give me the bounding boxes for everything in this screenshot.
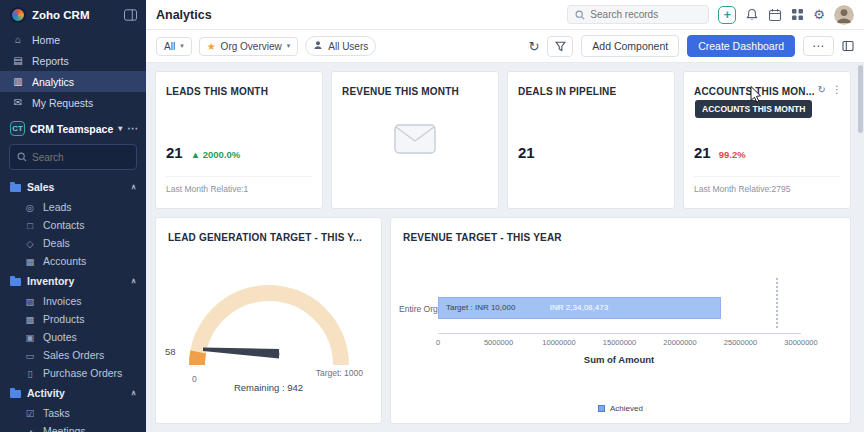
sidebar-item-sales-orders[interactable]: ▭Sales Orders [0, 346, 146, 364]
sidebar-item-meetings[interactable]: ◔Meetings [0, 422, 146, 432]
chevron-down-icon: ▾ [180, 42, 184, 50]
users-filter-chip[interactable]: All Users [305, 36, 376, 56]
item-label: Products [43, 313, 84, 325]
item-label: Deals [43, 237, 70, 249]
scope-label: All [164, 41, 175, 52]
notifications-bell-icon[interactable] [745, 8, 759, 22]
calendar-icon[interactable] [768, 8, 782, 22]
sidebar-nav: ⌂ Home ▤ Reports ▥ Analytics ✉ My Reques… [0, 29, 146, 113]
requests-icon: ✉ [12, 97, 24, 108]
add-component-button[interactable]: Add Component [581, 35, 679, 57]
sidebar-item-tasks[interactable]: ☑Tasks [0, 404, 146, 422]
create-dashboard-button[interactable]: Create Dashboard [687, 35, 795, 57]
kpi-card-leads-this-month[interactable]: LEADS THIS MONTH 21 ▲ 2000.0% Last Month… [155, 71, 323, 209]
card-refresh-icon[interactable]: ↻ [818, 84, 826, 95]
global-search-input[interactable] [590, 9, 701, 20]
bar-value-label: INR 2,34,08,473 [550, 303, 608, 312]
nav-label: Analytics [32, 76, 74, 88]
quick-create-button[interactable]: + [718, 6, 736, 24]
folder-icon [10, 184, 21, 192]
up-arrow-icon: ▲ [191, 149, 200, 160]
deals-icon: ◇ [24, 238, 36, 249]
global-search[interactable] [567, 5, 709, 24]
teamspace-selector[interactable]: CT CRM Teamspace ▾ ⋯ [0, 113, 146, 141]
bar-target-label: Target : INR 10,000 [446, 303, 515, 312]
sidebar-section-activity[interactable]: Activity ∧ [0, 382, 146, 404]
toolbar-actions: ↻ Add Component Create Dashboard ⋯ [528, 35, 854, 57]
teamspace-more-icon[interactable]: ⋯ [127, 122, 138, 135]
card-menu-kebab-icon[interactable]: ⋮ [832, 84, 842, 95]
user-avatar[interactable] [834, 5, 854, 25]
collapse-sidebar-icon[interactable] [124, 9, 137, 21]
sidebar-item-leads[interactable]: ◎Leads [0, 198, 146, 216]
sidebar-section-inventory[interactable]: Inventory ∧ [0, 270, 146, 292]
scope-filter-dropdown[interactable]: All ▾ [156, 37, 192, 56]
vertical-scrollbar[interactable] [858, 65, 863, 430]
item-label: Quotes [43, 331, 77, 343]
sidebar-item-quotes[interactable]: ▣Quotes [0, 328, 146, 346]
refresh-icon[interactable]: ↻ [528, 39, 539, 54]
chevron-up-icon: ∧ [131, 389, 136, 397]
kpi-card-deals-in-pipeline[interactable]: DEALS IN PIPELINE 21 [507, 71, 675, 209]
x-tick: 5000000 [484, 338, 513, 347]
card-title: REVENUE THIS MONTH [342, 86, 490, 97]
gauge-remaining-label: Remaining : 942 [156, 382, 381, 393]
item-label: Meetings [43, 425, 86, 432]
section-label: Sales [27, 181, 54, 193]
chevron-up-icon: ∧ [131, 277, 136, 285]
kpi-value: 21 [694, 144, 711, 161]
legend-label: Achieved [610, 404, 643, 413]
item-label: Leads [43, 201, 72, 213]
kpi-card-accounts-this-month[interactable]: ACCOUNTS THIS MON... ↻ ⋮ ACCOUNTS THIS M… [683, 71, 851, 209]
sidebar-search-input[interactable] [32, 152, 129, 163]
apps-grid-icon[interactable] [791, 8, 804, 21]
sidebar-item-deals[interactable]: ◇Deals [0, 234, 146, 252]
sidebar-item-reports[interactable]: ▤ Reports [0, 50, 146, 71]
products-icon: ▩ [24, 314, 36, 325]
dashboard-content: LEADS THIS MONTH 21 ▲ 2000.0% Last Month… [146, 63, 864, 432]
gauge-card-lead-generation-target[interactable]: LEAD GENERATION TARGET - THIS Y... 58 0 … [155, 217, 382, 424]
kpi-footer: Last Month Relative:1 [166, 176, 312, 194]
settings-gear-icon[interactable]: ⚙ [813, 8, 825, 21]
sidebar-item-my-requests[interactable]: ✉ My Requests [0, 92, 146, 113]
analytics-icon: ▥ [12, 76, 24, 87]
sidebar-search[interactable] [9, 144, 137, 170]
sidebar-item-purchase-orders[interactable]: ▯Purchase Orders [0, 364, 146, 382]
gauge-chart [179, 270, 359, 372]
more-options-button[interactable]: ⋯ [803, 36, 834, 56]
kpi-card-revenue-this-month[interactable]: REVENUE THIS MONTH [331, 71, 499, 209]
search-icon [575, 6, 585, 24]
bar-card-revenue-target[interactable]: REVENUE TARGET - THIS YEAR Entire Org Ta… [390, 217, 851, 424]
sidebar-item-products[interactable]: ▩Products [0, 310, 146, 328]
item-label: Sales Orders [43, 349, 104, 361]
sales-orders-icon: ▭ [24, 350, 36, 361]
tasks-icon: ☑ [24, 408, 36, 419]
dashboard-name: Org Overview [221, 41, 282, 52]
kpi-footer: Last Month Relative:2795 [694, 176, 840, 194]
sidebar-section-sales[interactable]: Sales ∧ [0, 176, 146, 198]
item-label: Contacts [43, 219, 84, 231]
legend-swatch-achieved [598, 405, 605, 412]
invoices-icon: ▧ [24, 296, 36, 307]
contacts-icon: □ [24, 220, 36, 231]
quotes-icon: ▣ [24, 332, 36, 343]
sidebar: Zoho CRM ⌂ Home ▤ Reports ▥ Analytics ✉ … [0, 0, 146, 432]
folder-icon [10, 390, 21, 398]
sidebar-item-analytics[interactable]: ▥ Analytics [0, 71, 146, 92]
chevron-down-icon: ▾ [287, 42, 291, 50]
delta-value: 2000.0% [203, 149, 241, 160]
scrollbar-thumb[interactable] [858, 65, 863, 133]
item-label: Tasks [43, 407, 70, 419]
sidebar-item-home[interactable]: ⌂ Home [0, 29, 146, 50]
dashboard-toolbar: All ▾ ★ Org Overview ▾ All Users ↻ Add C… [146, 30, 864, 63]
dashboard-selector-dropdown[interactable]: ★ Org Overview ▾ [199, 37, 299, 56]
folder-icon [10, 278, 21, 286]
y-axis-category-label: Entire Org [399, 304, 438, 314]
gauge-current-value: 58 [165, 346, 176, 357]
filter-button[interactable] [547, 36, 573, 57]
sidebar-item-contacts[interactable]: □Contacts [0, 216, 146, 234]
panel-toggle-icon[interactable] [842, 40, 854, 52]
sidebar-item-invoices[interactable]: ▧Invoices [0, 292, 146, 310]
sidebar-item-accounts[interactable]: ▦Accounts [0, 252, 146, 270]
reports-icon: ▤ [12, 55, 24, 66]
